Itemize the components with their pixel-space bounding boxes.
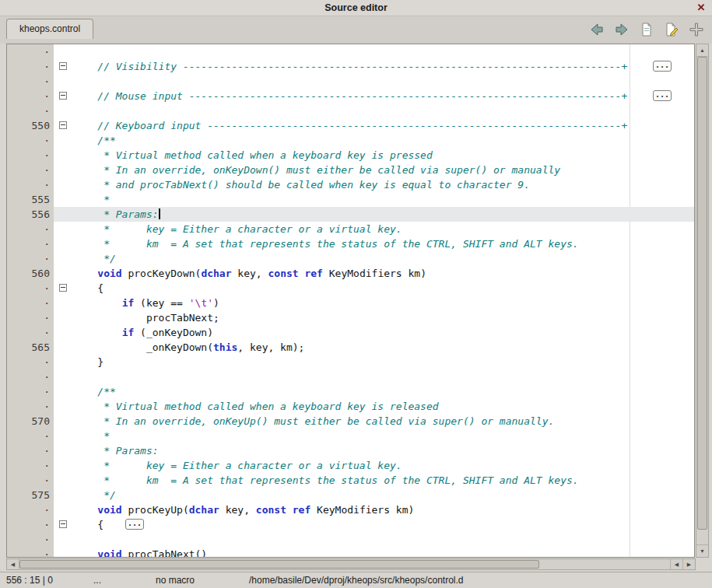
vertical-scrollbar[interactable]: ▲ ▼ (696, 44, 709, 558)
fold-column (54, 266, 73, 281)
document-page-icon[interactable] (638, 21, 654, 37)
folded-region-box[interactable]: ... (653, 90, 672, 101)
horizontal-scrollbar[interactable]: ◀ ◀ ▶ (6, 558, 696, 570)
code-text: * km = A set that represents the status … (73, 236, 694, 251)
code-text: * Virtual method called when a keyboard … (73, 148, 694, 163)
fold-toggle-icon[interactable] (59, 284, 67, 292)
fold-column (54, 355, 73, 369)
code-line[interactable]: · (7, 74, 694, 89)
fold-column (54, 414, 73, 429)
code-line[interactable]: · (7, 103, 694, 118)
code-line[interactable]: · (7, 44, 694, 59)
code-line[interactable]: · if (key == '\t') (7, 296, 694, 310)
fold-toggle-icon[interactable] (59, 92, 67, 100)
code-line[interactable]: · procTabNext; (7, 310, 694, 325)
line-number: · (7, 443, 54, 458)
code-line[interactable]: 555 * (7, 192, 694, 207)
horizontal-scrollbar-thumb[interactable] (19, 560, 539, 569)
code-area[interactable]: ·· // Visibility -----------------------… (7, 44, 694, 558)
fold-toggle-icon[interactable] (59, 121, 67, 129)
back-arrow-icon[interactable] (588, 21, 605, 37)
fold-toggle-icon[interactable] (59, 520, 67, 528)
tab-kheops-control[interactable]: kheops.control (6, 19, 93, 39)
code-line[interactable]: · if (_onKeyDown) (7, 325, 694, 340)
code-text: * Virtual method called when a keyboard … (73, 399, 694, 414)
line-number: · (7, 384, 54, 399)
line-number: · (7, 59, 54, 74)
code-line[interactable]: · * key = Either a character or a virtua… (7, 222, 694, 236)
code-line[interactable]: · */ (7, 251, 694, 266)
code-line[interactable]: · // Visibility ------------------------… (7, 59, 694, 74)
code-line[interactable]: · /** (7, 384, 694, 399)
code-text: * (73, 429, 694, 443)
code-line[interactable]: 575 */ (7, 488, 694, 502)
line-number: · (7, 44, 54, 59)
code-line[interactable]: · { (7, 281, 694, 296)
line-number: 550 (7, 118, 54, 133)
fold-column (54, 192, 73, 207)
line-number: · (7, 148, 54, 163)
code-line[interactable]: 570 * In an override, onKeyUp() must eit… (7, 414, 694, 429)
code-text (73, 103, 694, 118)
fold-toggle-icon[interactable] (59, 62, 67, 70)
code-line[interactable]: 560 void procKeyDown(dchar key, const re… (7, 266, 694, 281)
scroll-right-icon[interactable]: ▶ (682, 559, 695, 569)
line-number: · (7, 163, 54, 177)
scroll-left-icon[interactable]: ◀ (7, 559, 19, 569)
folded-region-box[interactable]: ... (653, 61, 672, 72)
fold-column (54, 59, 73, 74)
scroll-left-end-icon[interactable]: ◀ (670, 559, 682, 569)
line-number: · (7, 133, 54, 148)
code-line[interactable]: · * and procTabNext() should be called w… (7, 177, 694, 192)
code-line[interactable]: · void procKeyUp(dchar key, const ref Ke… (7, 502, 694, 517)
code-line[interactable]: · * In an override, onKeyDown() must eit… (7, 163, 694, 177)
code-line[interactable]: · * Params: (7, 443, 694, 458)
close-icon[interactable]: ✕ (695, 0, 707, 16)
code-text: * In an override, onKeyUp() must either … (73, 414, 694, 429)
line-number: · (7, 429, 54, 443)
folded-region-box[interactable]: ... (125, 519, 144, 530)
forward-arrow-icon[interactable] (613, 21, 630, 37)
code-line[interactable]: · * Virtual method called when a keyboar… (7, 148, 694, 163)
code-line[interactable]: · (7, 369, 694, 384)
code-line[interactable]: · {... (7, 517, 694, 532)
code-line[interactable]: · * km = A set that represents the statu… (7, 236, 694, 251)
code-line[interactable]: · * Virtual method called when a keyboar… (7, 399, 694, 414)
line-number: 556 (7, 207, 54, 222)
line-number: 565 (7, 340, 54, 355)
scroll-down-icon[interactable]: ▼ (696, 544, 708, 557)
code-line[interactable]: · /** (7, 133, 694, 148)
code-line[interactable]: 556 * Params: (7, 207, 694, 222)
fold-column (54, 532, 73, 547)
pin-cross-icon[interactable] (688, 21, 704, 37)
line-number: · (7, 222, 54, 236)
document-edit-icon[interactable] (663, 21, 679, 37)
fold-column (54, 369, 73, 384)
code-line[interactable]: · * (7, 429, 694, 443)
code-line[interactable]: · // Mouse input -----------------------… (7, 89, 694, 103)
line-number: · (7, 355, 54, 369)
line-number: · (7, 325, 54, 340)
code-line[interactable]: · void procTabNext() (7, 547, 694, 558)
vertical-scrollbar-thumb[interactable] (697, 57, 707, 530)
code-text: _onKeyDown(this, key, km); (73, 340, 694, 355)
fold-column (54, 517, 73, 532)
fold-column (54, 148, 73, 163)
line-number: · (7, 458, 54, 473)
code-text: /** (73, 384, 694, 399)
code-line[interactable]: · * km = A set that represents the statu… (7, 473, 694, 488)
code-text: void procTabNext() (73, 547, 694, 558)
code-text: if (_onKeyDown) (73, 325, 694, 340)
code-line[interactable]: · * key = Either a character or a virtua… (7, 458, 694, 473)
code-line[interactable]: · (7, 532, 694, 547)
code-line[interactable]: · } (7, 355, 694, 369)
code-text: * and procTabNext() should be called whe… (73, 177, 694, 192)
file-path: /home/basile/Dev/dproj/kheops/src/kheops… (249, 572, 463, 588)
code-line[interactable]: 550 // Keyboard input ------------------… (7, 118, 694, 133)
source-editor[interactable]: ·· // Visibility -----------------------… (6, 44, 695, 558)
fold-column (54, 310, 73, 325)
fold-column (54, 103, 73, 118)
fold-column (54, 74, 73, 89)
scroll-up-icon[interactable]: ▲ (696, 44, 708, 57)
code-line[interactable]: 565 _onKeyDown(this, key, km); (7, 340, 694, 355)
